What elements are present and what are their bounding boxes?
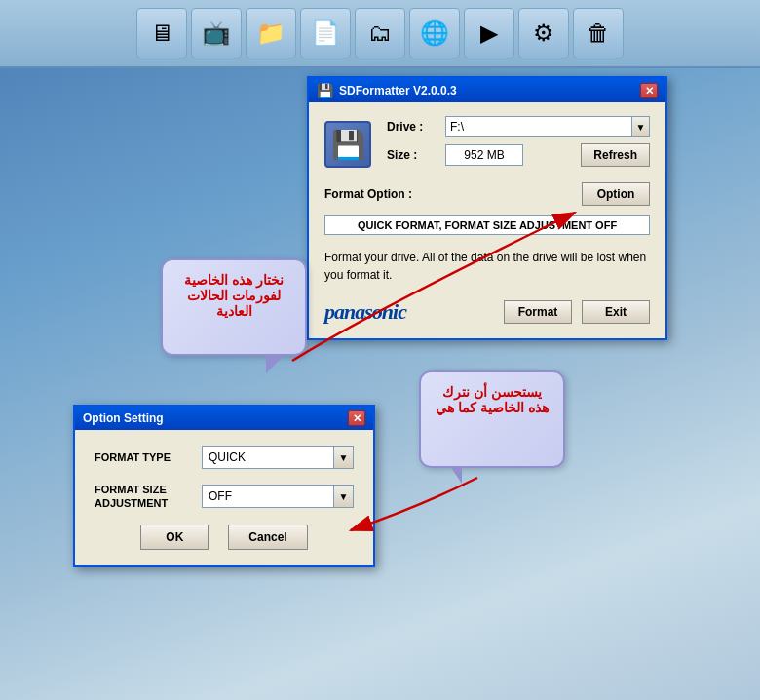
bubble-right-text: يستحسن أن نترك هذه الخاصية كما هي bbox=[436, 384, 549, 415]
icon-recycle[interactable]: 🗂 bbox=[355, 8, 405, 58]
format-option-label: Format Option : bbox=[324, 187, 412, 201]
sdformatter-close-button[interactable]: ✕ bbox=[640, 83, 658, 98]
option-buttons: OK Cancel bbox=[95, 525, 354, 550]
sdformatter-body: 💾 Drive : F:\ ▼ Size : 952 MB Refresh bbox=[309, 102, 665, 338]
format-option-row: Format Option : Option bbox=[324, 182, 650, 206]
option-dialog: Option Setting ✕ FORMAT TYPE QUICK ▼ FOR… bbox=[73, 405, 375, 567]
option-button[interactable]: Option bbox=[582, 182, 650, 206]
format-size-value: OFF bbox=[202, 485, 334, 508]
icon-media[interactable]: ▶ bbox=[464, 8, 514, 58]
option-dialog-titlebar: Option Setting ✕ bbox=[75, 407, 373, 430]
format-type-row: FORMAT TYPE QUICK ▼ bbox=[95, 446, 354, 469]
ok-button[interactable]: OK bbox=[140, 525, 209, 550]
format-size-combo-arrow[interactable]: ▼ bbox=[334, 485, 354, 508]
icon-folder[interactable]: 📁 bbox=[246, 8, 296, 58]
format-type-label: FORMAT TYPE bbox=[95, 450, 202, 464]
sdformatter-title-icon: 💾 bbox=[317, 83, 333, 98]
icon-network[interactable]: 📺 bbox=[191, 8, 242, 58]
format-size-combo-wrap[interactable]: OFF ▼ bbox=[202, 485, 354, 508]
drive-label: Drive : bbox=[387, 120, 445, 134]
option-dialog-close-button[interactable]: ✕ bbox=[348, 410, 365, 426]
option-dialog-title: Option Setting bbox=[83, 411, 164, 425]
icon-trash[interactable]: 🗑 bbox=[573, 8, 624, 58]
bubble-left-text: نختار هذه الخاصية لفورمات الحالات العادي… bbox=[184, 272, 284, 319]
speech-bubble-right: يستحسن أن نترك هذه الخاصية كما هي bbox=[419, 370, 565, 468]
bottom-btn-row: panasonic Format Exit bbox=[324, 299, 650, 325]
speech-bubble-left: نختار هذه الخاصية لفورمات الحالات العادي… bbox=[161, 258, 307, 356]
format-size-row: FORMAT SIZEADJUSTMENT OFF ▼ bbox=[95, 483, 354, 511]
sdformatter-titlebar: 💾 SDFormatter V2.0.0.3 ✕ bbox=[309, 79, 665, 102]
title-left: 💾 SDFormatter V2.0.0.3 bbox=[317, 83, 457, 98]
option-body: FORMAT TYPE QUICK ▼ FORMAT SIZEADJUSTMEN… bbox=[75, 430, 373, 565]
format-size-label: FORMAT SIZEADJUSTMENT bbox=[95, 483, 202, 511]
format-type-combo-wrap[interactable]: QUICK ▼ bbox=[202, 446, 354, 469]
size-field-row: Size : 952 MB Refresh bbox=[387, 143, 650, 167]
icon-internet[interactable]: 🌐 bbox=[409, 8, 460, 58]
drive-row: 💾 Drive : F:\ ▼ Size : 952 MB Refresh bbox=[324, 116, 650, 173]
warning-text: Format your drive. All of the data on th… bbox=[324, 245, 650, 288]
format-type-value: QUICK bbox=[202, 446, 334, 469]
floppy-icon: 💾 bbox=[324, 121, 371, 168]
size-value: 952 MB bbox=[445, 144, 523, 166]
drive-value: F:\ bbox=[445, 116, 632, 137]
sdformatter-dialog: 💾 SDFormatter V2.0.0.3 ✕ 💾 Drive : F:\ ▼… bbox=[307, 76, 667, 340]
form-fields: Drive : F:\ ▼ Size : 952 MB Refresh bbox=[387, 116, 650, 173]
exit-button[interactable]: Exit bbox=[582, 300, 650, 324]
icon-my-computer[interactable]: 🖥 bbox=[136, 8, 187, 58]
drive-field-row: Drive : F:\ ▼ bbox=[387, 116, 650, 137]
drive-combo[interactable]: F:\ ▼ bbox=[445, 116, 650, 137]
sdformatter-title: SDFormatter V2.0.0.3 bbox=[339, 84, 457, 97]
refresh-button[interactable]: Refresh bbox=[581, 143, 650, 167]
taskbar: 🖥 📺 📁 📄 🗂 🌐 ▶ ⚙ 🗑 bbox=[0, 0, 760, 68]
format-type-combo-arrow[interactable]: ▼ bbox=[334, 446, 354, 469]
floppy-icon-area: 💾 bbox=[324, 121, 371, 168]
drive-combo-arrow[interactable]: ▼ bbox=[632, 116, 650, 137]
format-button[interactable]: Format bbox=[504, 300, 572, 324]
panasonic-logo: panasonic bbox=[324, 299, 406, 325]
icon-settings[interactable]: ⚙ bbox=[518, 8, 569, 58]
option-display: QUICK FORMAT, FORMAT SIZE ADJUSTMENT OFF bbox=[324, 215, 650, 235]
size-label: Size : bbox=[387, 148, 445, 162]
cancel-button[interactable]: Cancel bbox=[228, 525, 307, 550]
icon-documents[interactable]: 📄 bbox=[300, 8, 351, 58]
